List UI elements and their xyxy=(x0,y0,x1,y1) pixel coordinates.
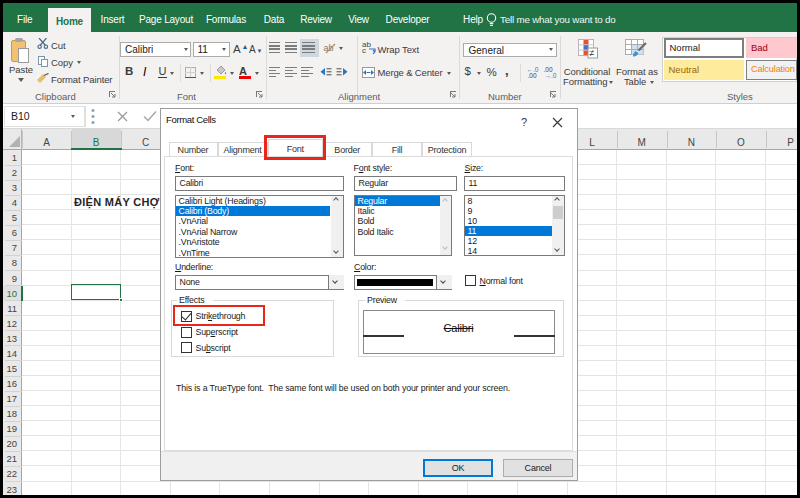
svg-text:≠: ≠ xyxy=(590,48,595,58)
